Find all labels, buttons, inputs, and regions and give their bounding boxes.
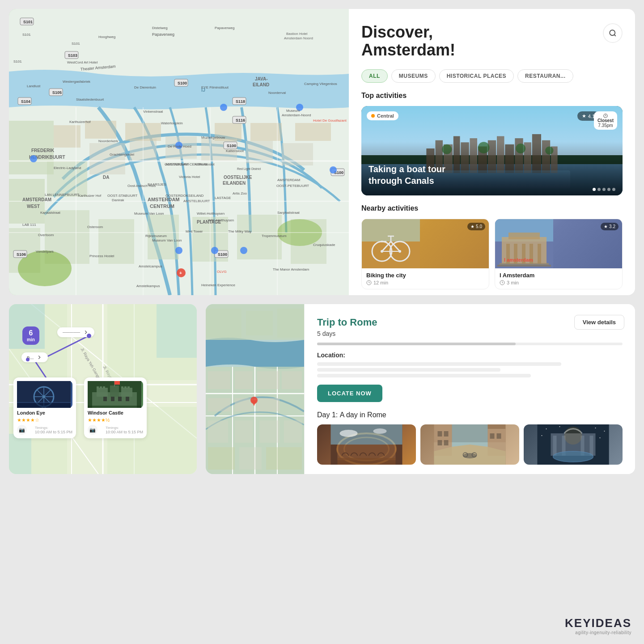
svg-rect-254 (259, 420, 280, 443)
svg-text:Grachtengordel: Grachtengordel (110, 153, 134, 157)
filter-tab-museums[interactable]: MUSEUMS (391, 69, 436, 83)
svg-rect-233 (111, 397, 114, 401)
svg-text:DA: DA (103, 175, 109, 180)
windsor-card[interactable]: Windsor Castle ★★★★½ 📷 Timings: 10:00 AM… (84, 377, 147, 438)
nearby-time-biking: 12 min (366, 280, 484, 285)
svg-text:OOST-PETEBUURT: OOST-PETEBUURT (276, 184, 309, 188)
svg-text:Karthuizer Hof: Karthuizer Hof (78, 194, 102, 198)
london-card[interactable]: London Eye ★★★★☆ 📷 Timings: 10:00 AM to … (13, 377, 76, 438)
svg-text:Princess Hostel: Princess Hostel (89, 254, 114, 258)
svg-text:Heineken Experience: Heineken Experience (201, 283, 236, 287)
svg-text:Willet-Holthuysen: Willet-Holthuysen (197, 212, 225, 216)
nearby-grid: ★ 5.0 Biking the city 12 min (361, 219, 623, 289)
activity-carousel[interactable]: Central ★ 4.1 Closest 7.35pm Taking a bo… (361, 106, 623, 195)
svg-rect-192 (497, 265, 551, 267)
svg-text:The Manor Amsterdam: The Manor Amsterdam (273, 267, 309, 271)
svg-rect-261 (277, 309, 304, 338)
svg-text:CENTRUM: CENTRUM (150, 203, 174, 209)
filter-tab-historical[interactable]: HISTORICAL PLACES (439, 69, 514, 83)
rome-card: View details Trip to Rome 5 days Locatio… (304, 304, 635, 474)
svg-rect-4 (89, 143, 125, 174)
svg-text:JAVA-: JAVA- (255, 76, 268, 81)
carousel-text: Taking a boat tour through Canals (369, 163, 445, 186)
svg-point-78 (211, 247, 218, 254)
svg-text:AMSTERDAM-CENTRUM: AMSTERDAM-CENTRUM (165, 162, 208, 166)
svg-text:Artis Zoo: Artis Zoo (233, 191, 247, 195)
svg-text:LAB 111: LAB 111 (22, 223, 36, 227)
svg-text:Kanaalstraat: Kanaalstraat (40, 211, 61, 215)
svg-text:S106: S106 (17, 252, 26, 257)
camera-icon-london[interactable]: 📷 (17, 425, 27, 435)
top-section: Theater Amsterdam Papaverweg S101 S101 F… (9, 9, 635, 295)
svg-point-296 (595, 428, 596, 428)
svg-rect-224 (97, 386, 99, 389)
svg-text:Staatsliedenbuurt: Staatsliedenbuurt (76, 97, 104, 102)
svg-rect-221 (97, 388, 108, 397)
svg-rect-223 (110, 386, 119, 397)
bottom-section: Jl. Raya Yeh Gangga Jl. Raya Yeh Gangga (9, 304, 635, 474)
svg-point-297 (604, 431, 605, 432)
svg-text:Victoria Hotel: Victoria Hotel (179, 175, 200, 179)
nearby-card-amsterdam[interactable]: I amsterdam ★ 3.2 I Amsterdam (495, 219, 623, 289)
svg-text:FREDERIK: FREDERIK (31, 148, 55, 153)
brand-name: KEYIDEAS (565, 616, 631, 630)
rome-photo-fountain[interactable] (524, 424, 623, 465)
svg-rect-8 (246, 141, 273, 163)
svg-text:OOSTERDOKSEILAND: OOSTERDOKSEILAND (165, 194, 204, 198)
filter-tabs: ALL MUSEUMS HISTORICAL PLACES RESTAURAN.… (361, 69, 623, 83)
filter-tab-restaurants[interactable]: RESTAURAN... (517, 69, 573, 83)
svg-rect-276 (438, 431, 442, 436)
svg-point-298 (542, 435, 542, 436)
location-lines (317, 362, 623, 377)
svg-rect-189 (538, 244, 541, 264)
discover-heading: Discover, Amsterdam! (361, 23, 455, 59)
svg-point-295 (559, 426, 560, 427)
svg-text:S101: S101 (23, 20, 33, 24)
discover-prefix: Discover, (361, 23, 455, 41)
amsterdam-map-container[interactable]: Theater Amsterdam Papaverweg S101 S101 F… (9, 9, 349, 295)
camera-icon-windsor[interactable]: 📷 (88, 425, 97, 435)
search-button[interactable] (603, 23, 623, 43)
svg-rect-277 (444, 431, 449, 436)
svg-point-82 (30, 155, 37, 162)
svg-rect-257 (239, 447, 262, 470)
svg-text:Amsterdam Noord: Amsterdam Noord (284, 36, 313, 40)
discover-city: Amsterdam! (361, 41, 455, 59)
svg-point-80 (175, 247, 182, 254)
svg-text:BAARSJES: BAARSJES (148, 182, 166, 186)
trip-map-card: Jl. Raya Yeh Gangga Jl. Raya Yeh Gangga (9, 304, 197, 474)
nearby-name-amsterdam: I Amsterdam (500, 272, 618, 279)
svg-rect-246 (235, 371, 253, 389)
london-eye-image (17, 381, 72, 408)
carousel-time: Closest 7.35pm (594, 111, 617, 130)
svg-rect-255 (284, 420, 302, 443)
svg-point-299 (600, 437, 601, 438)
route-badge: 6 min (22, 326, 39, 345)
svg-point-293 (564, 427, 582, 445)
rome-photo-colosseum[interactable] (317, 424, 416, 465)
view-details-button[interactable]: View details (574, 315, 624, 330)
svg-rect-217 (17, 402, 71, 408)
svg-text:Papaverweg: Papaverweg (152, 32, 174, 37)
svg-rect-184 (508, 233, 540, 239)
svg-text:S103: S103 (68, 53, 77, 58)
rome-photos (317, 424, 623, 465)
svg-rect-278 (438, 440, 442, 445)
locate-now-button[interactable]: LOCATE NOW (317, 385, 382, 402)
rome-photo-street[interactable] (420, 424, 519, 465)
svg-text:Noorderkerk: Noorderkerk (98, 139, 119, 143)
svg-text:WEST: WEST (27, 204, 40, 209)
svg-text:S100: S100 (218, 252, 227, 257)
header-row: Discover, Amsterdam! (361, 23, 623, 59)
main-container: Theater Amsterdam Papaverweg S101 S101 F… (0, 0, 644, 644)
day-title: Day 1: A day in Rome (317, 411, 623, 419)
svg-point-81 (330, 166, 337, 174)
nearby-card-biking[interactable]: ★ 5.0 Biking the city 12 min (361, 219, 489, 289)
filter-tab-all[interactable]: ALL (361, 69, 388, 83)
svg-rect-248 (282, 371, 302, 389)
svg-point-76 (220, 104, 227, 111)
svg-rect-222 (121, 388, 132, 397)
svg-text:Overtoorn: Overtoorn (38, 233, 54, 237)
windsor-stars: ★★★★½ (88, 417, 143, 423)
svg-rect-281 (497, 433, 501, 439)
